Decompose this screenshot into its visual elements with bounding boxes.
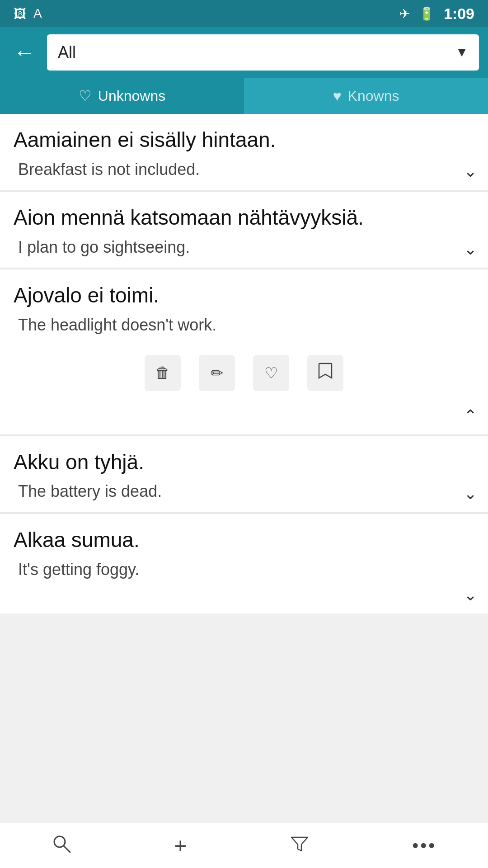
add-nav-button[interactable]: +	[160, 829, 200, 863]
delete-button[interactable]: 🗑	[145, 355, 181, 391]
phrase-finnish: Aamiainen ei sisälly hintaan.	[14, 127, 474, 154]
status-bar: 🖼 A ✈ 🔋 1:09	[0, 0, 488, 27]
phrase-list: Aamiainen ei sisälly hintaan. Breakfast …	[0, 114, 488, 613]
edit-button[interactable]: ✏	[199, 355, 235, 391]
phrase-english: I plan to go sightseeing.	[14, 236, 474, 259]
collapse-button[interactable]: ⌃	[464, 406, 477, 425]
bookmark-button[interactable]	[307, 355, 343, 391]
bookmark-icon	[318, 363, 333, 383]
filter-nav-button[interactable]	[276, 829, 323, 862]
photo-icon: 🖼	[14, 6, 26, 21]
filter-dropdown[interactable]: All ▼	[47, 34, 479, 71]
phrase-finnish: Akku on tyhjä.	[14, 449, 474, 476]
tab-knowns[interactable]: ♥ Knowns	[244, 78, 488, 114]
heart-button[interactable]: ♡	[253, 355, 289, 391]
heart-filled-icon: ♥	[333, 88, 342, 104]
trash-icon: 🗑	[155, 364, 170, 382]
more-dots-icon: •••	[412, 835, 436, 856]
tab-unknowns-label: Unknowns	[98, 88, 165, 104]
phrase-card: Akku on tyhjä. The battery is dead. ⌄	[0, 436, 488, 512]
expand-button[interactable]: ⌄	[464, 484, 477, 503]
phrase-card: Aamiainen ei sisälly hintaan. Breakfast …	[0, 114, 488, 190]
heart-outline-icon: ♡	[79, 87, 92, 104]
funnel-icon	[290, 834, 310, 858]
pencil-icon: ✏	[211, 364, 223, 382]
bottom-nav: + •••	[0, 823, 488, 868]
font-icon: A	[33, 6, 42, 21]
status-left-icons: 🖼 A	[14, 6, 42, 21]
phrase-finnish: Ajovalo ei toimi.	[14, 282, 474, 309]
phrase-english: The battery is dead.	[14, 480, 474, 503]
expand-button[interactable]: ⌄	[464, 240, 477, 259]
tab-unknowns[interactable]: ♡ Unknowns	[0, 78, 244, 114]
heart-outline-icon: ♡	[264, 364, 278, 382]
airplane-icon: ✈	[399, 6, 410, 21]
back-button[interactable]: ←	[9, 42, 40, 63]
plus-icon: +	[174, 833, 187, 858]
expand-button[interactable]: ⌄	[464, 162, 477, 181]
more-nav-button[interactable]: •••	[399, 831, 450, 860]
svg-line-1	[64, 846, 70, 852]
search-icon	[52, 834, 71, 858]
filter-value: All	[58, 43, 76, 62]
toolbar: ← All ▼	[0, 27, 488, 78]
phrase-finnish: Alkaa sumua.	[14, 527, 474, 554]
chevron-down-icon: ▼	[455, 45, 468, 60]
action-buttons: 🗑 ✏ ♡	[14, 348, 474, 398]
expand-button[interactable]: ⌄	[464, 585, 477, 604]
phrase-card: Alkaa sumua. It's getting foggy. ⌄	[0, 514, 488, 613]
tab-knowns-label: Knowns	[348, 88, 399, 104]
phrase-english: The headlight doesn't work.	[14, 314, 474, 336]
phrase-card: Aion mennä katsomaan nähtävyyksiä. I pla…	[0, 192, 488, 268]
phrase-english: Breakfast is not included.	[14, 158, 474, 181]
search-nav-button[interactable]	[38, 829, 85, 862]
tab-bar: ♡ Unknowns ♥ Knowns	[0, 78, 488, 114]
clock: 1:09	[444, 5, 474, 23]
phrase-card: Ajovalo ei toimi. The headlight doesn't …	[0, 269, 488, 434]
phrase-english: It's getting foggy.	[14, 558, 474, 581]
phrase-finnish: Aion mennä katsomaan nähtävyyksiä.	[14, 204, 474, 231]
battery-icon: 🔋	[419, 6, 435, 21]
